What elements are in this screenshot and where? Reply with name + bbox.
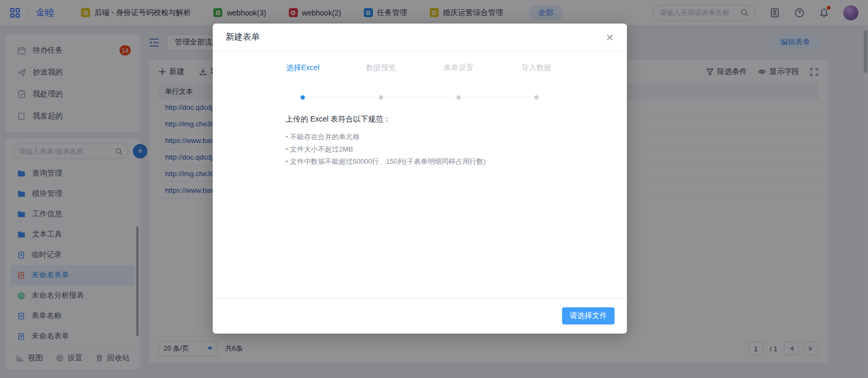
step-select-excel: 选择Excel (286, 63, 319, 73)
new-form-modal: 新建表单 × 选择Excel 数据预览 表单设置 导入数据 上传的 Excel … (213, 24, 627, 334)
stepper: 选择Excel 数据预览 表单设置 导入数据 (213, 63, 627, 99)
step-connector (464, 97, 531, 97)
rule-item: 文件中数据不能超过50000行、150列(子表单明细同样占用行数) (286, 155, 627, 168)
upload-rules: 上传的 Excel 表符合以下规范： 不能存在合并的单元格 文件大小不超过2MB… (286, 115, 627, 168)
rules-title: 上传的 Excel 表符合以下规范： (286, 115, 627, 124)
choose-file-button[interactable]: 请选择文件 (562, 307, 615, 324)
step-data-preview: 数据预览 (366, 63, 396, 73)
step-import-data: 导入数据 (521, 63, 551, 73)
step-connector (308, 97, 376, 97)
step-connector (386, 97, 453, 97)
step-dot (457, 95, 461, 100)
rules-list: 不能存在合并的单元格 文件大小不超过2MB 文件中数据不能超过50000行、15… (286, 131, 627, 168)
step-dot (534, 95, 538, 100)
step-form-settings: 表单设置 (444, 63, 474, 73)
modal-title: 新建表单 (226, 32, 260, 43)
modal-footer: 请选择文件 (213, 298, 627, 334)
step-dot (379, 95, 383, 100)
rule-item: 文件大小不超过2MB (286, 143, 627, 155)
close-icon[interactable]: × (602, 30, 617, 45)
modal-header: 新建表单 × (213, 24, 627, 51)
rule-item: 不能存在合并的单元格 (286, 131, 627, 143)
step-dot-active (301, 95, 305, 100)
